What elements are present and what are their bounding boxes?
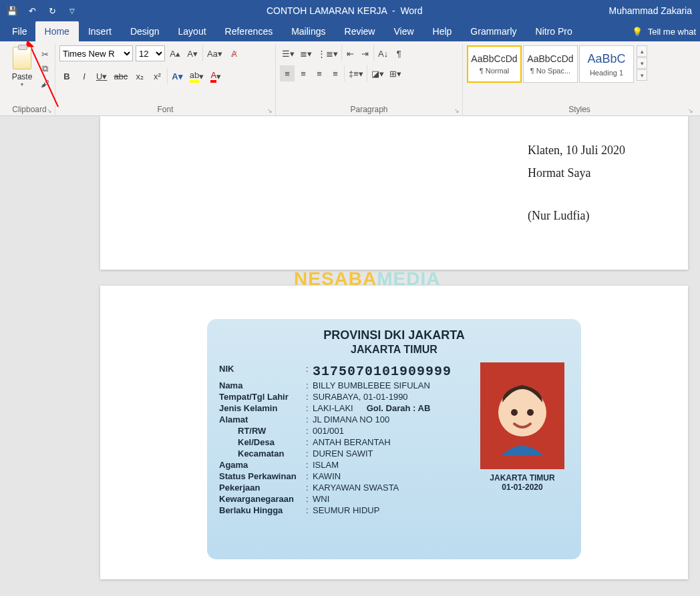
format-painter-icon[interactable]: 🖌 xyxy=(39,77,51,89)
title-bar: 💾 ↶ ↻ ▽ CONTOH LAMARAN KERJA - Word Muha… xyxy=(0,0,700,21)
group-label-styles: Styles xyxy=(467,102,692,115)
shading-button[interactable]: ◪▾ xyxy=(367,65,386,81)
ktp-photo xyxy=(480,362,564,469)
paste-button[interactable]: Paste ▾ xyxy=(8,45,36,89)
font-name-select[interactable]: Times New R xyxy=(59,45,133,61)
doc-sign-name: (Nur Ludfia) xyxy=(528,204,625,227)
user-name[interactable]: Muhammad Zakaria xyxy=(609,5,697,16)
undo-icon[interactable]: ↶ xyxy=(24,3,40,19)
window-title: CONTOH LAMARAN KERJA - Word xyxy=(84,5,605,16)
bold-button[interactable]: B xyxy=(59,68,74,84)
ribbon-tabs: File Home Insert Design Layout Reference… xyxy=(0,21,700,41)
group-font: Times New R 12 A▴ A▾ Aa▾ A̷ B I U▾ abc x… xyxy=(55,44,276,115)
tab-help[interactable]: Help xyxy=(423,21,462,41)
ktp-province: PROVINSI DKI JAKARTA xyxy=(219,328,569,342)
shrink-font-button[interactable]: A▾ xyxy=(185,45,200,61)
sort-button[interactable]: A↓ xyxy=(373,45,390,61)
italic-button[interactable]: I xyxy=(77,68,92,84)
page-2[interactable]: PROVINSI DKI JAKARTA JAKARTA TIMUR NIK:3… xyxy=(100,286,688,579)
text-effects-button[interactable]: A▾ xyxy=(167,68,184,84)
ktp-kec: DUREN SAWIT xyxy=(313,449,476,459)
ktp-nama: BILLY BUMBLEBEE SIFULAN xyxy=(313,380,476,390)
cut-icon[interactable]: ✂ xyxy=(39,48,51,60)
clear-formatting-button[interactable]: A̷ xyxy=(227,45,242,61)
styles-gallery-expand[interactable]: ▴▾▾ xyxy=(637,45,647,81)
align-right-button[interactable]: ≡ xyxy=(312,65,327,81)
group-paragraph: ☰▾ ≣▾ ⋮≣▾ ⇤ ⇥ A↓ ¶ ≡ ≡ ≡ ≡ ‡≡▾ ◪▾ ⊞▾ Par… xyxy=(276,44,463,115)
group-label-paragraph: Paragraph xyxy=(280,102,458,115)
ktp-keldesa: ANTAH BERANTAH xyxy=(313,437,476,447)
ktp-city: JAKARTA TIMUR xyxy=(219,344,569,356)
group-label-clipboard: Clipboard xyxy=(8,102,51,115)
ktp-issue-date: 01-01-2020 xyxy=(476,483,569,492)
save-icon[interactable]: 💾 xyxy=(4,3,20,19)
grow-font-button[interactable]: A▴ xyxy=(168,45,182,61)
tab-insert[interactable]: Insert xyxy=(79,21,121,41)
ktp-agama: ISLAM xyxy=(313,460,476,470)
font-size-select[interactable]: 12 xyxy=(136,45,165,61)
redo-icon[interactable]: ↻ xyxy=(44,3,60,19)
tab-grammarly[interactable]: Grammarly xyxy=(461,21,526,41)
tell-me-entry[interactable]: Tell me what xyxy=(648,27,696,37)
ktp-rtrw: 001/001 xyxy=(313,426,476,436)
change-case-button[interactable]: Aa▾ xyxy=(202,45,224,61)
tab-design[interactable]: Design xyxy=(121,21,169,41)
ktp-issue-place: JAKARTA TIMUR xyxy=(476,473,569,483)
strikethrough-button[interactable]: abc xyxy=(112,68,130,84)
justify-button[interactable]: ≡ xyxy=(328,65,343,81)
ktp-ttl: SURABAYA, 01-01-1990 xyxy=(313,392,476,402)
font-color-button[interactable]: A▾ xyxy=(208,68,223,84)
tab-layout[interactable]: Layout xyxy=(169,21,216,41)
tab-nitro[interactable]: Nitro Pro xyxy=(526,21,582,41)
tab-references[interactable]: References xyxy=(216,21,283,41)
ktp-berlaku: SEUMUR HIDUP xyxy=(313,505,476,515)
group-styles: AaBbCcDd ¶ Normal AaBbCcDd ¶ No Spac... … xyxy=(463,44,696,115)
tab-file[interactable]: File xyxy=(4,21,35,41)
tab-review[interactable]: Review xyxy=(335,21,385,41)
line-spacing-button[interactable]: ‡≡▾ xyxy=(344,65,365,81)
bullets-button[interactable]: ☰▾ xyxy=(280,45,297,61)
ribbon: Paste ▾ ✂ ⧉ 🖌 Clipboard Times New R 12 A… xyxy=(0,41,700,116)
copy-icon[interactable]: ⧉ xyxy=(39,63,51,75)
multilevel-button[interactable]: ⋮≣▾ xyxy=(315,45,340,61)
tab-home[interactable]: Home xyxy=(35,21,79,41)
align-left-button[interactable]: ≡ xyxy=(280,65,295,81)
lightbulb-icon: 💡 xyxy=(632,27,643,37)
doc-date: Klaten, 10 Juli 2020 xyxy=(528,139,625,162)
align-center-button[interactable]: ≡ xyxy=(296,65,311,81)
increase-indent-button[interactable]: ⇥ xyxy=(357,45,372,61)
ktp-jk: LAKI-LAKIGol. Darah : AB xyxy=(313,403,476,413)
qat-customize-icon[interactable]: ▽ xyxy=(64,3,80,19)
doc-salute: Hormat Saya xyxy=(528,162,625,184)
svg-point-3 xyxy=(511,409,518,416)
ktp-alamat: JL DIMANA NO 100 xyxy=(313,414,476,424)
group-label-font: Font xyxy=(59,102,271,115)
group-clipboard: Paste ▾ ✂ ⧉ 🖌 Clipboard xyxy=(4,44,55,115)
show-marks-button[interactable]: ¶ xyxy=(391,45,406,61)
decrease-indent-button[interactable]: ⇤ xyxy=(341,45,356,61)
ktp-pekerjaan: KARYAWAN SWASTA xyxy=(313,483,476,493)
style-heading1[interactable]: AaBbC Heading 1 xyxy=(579,45,634,83)
ktp-nik: 3175070101909999 xyxy=(313,364,476,379)
document-area[interactable]: Klaten, 10 Juli 2020 Hormat Saya (Nur Lu… xyxy=(0,116,700,596)
underline-button[interactable]: U▾ xyxy=(94,68,109,84)
ktp-card: PROVINSI DKI JAKARTA JAKARTA TIMUR NIK:3… xyxy=(207,319,581,559)
tab-view[interactable]: View xyxy=(384,21,423,41)
subscript-button[interactable]: x₂ xyxy=(132,68,147,84)
borders-button[interactable]: ⊞▾ xyxy=(387,65,403,81)
svg-point-4 xyxy=(527,409,534,416)
tab-mailings[interactable]: Mailings xyxy=(282,21,335,41)
page-1[interactable]: Klaten, 10 Juli 2020 Hormat Saya (Nur Lu… xyxy=(100,116,688,270)
ktp-status: KAWIN xyxy=(313,471,476,481)
style-normal[interactable]: AaBbCcDd ¶ Normal xyxy=(467,45,522,83)
highlight-button[interactable]: ab▾ xyxy=(188,68,206,84)
superscript-button[interactable]: x² xyxy=(150,68,164,84)
paste-icon xyxy=(13,47,31,69)
ktp-kwn: WNI xyxy=(313,494,476,504)
style-no-spacing[interactable]: AaBbCcDd ¶ No Spac... xyxy=(523,45,578,83)
numbering-button[interactable]: ≣▾ xyxy=(298,45,314,61)
